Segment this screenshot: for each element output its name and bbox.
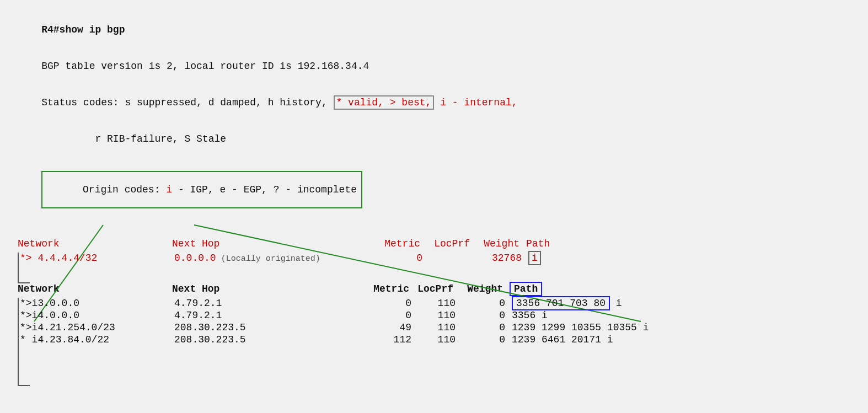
t2-locprf-4: 110 — [411, 334, 456, 345]
col2-header-path: Path — [503, 283, 850, 294]
col-header-metric: Metric — [371, 238, 420, 249]
col-header-network: Network — [18, 238, 172, 249]
col-header-weight: Weight — [470, 238, 519, 249]
t2-network-2: *>i4.0.0.0 — [20, 310, 174, 321]
table2-left-bracket — [18, 298, 30, 386]
col2-header-locprf: LocPrf — [409, 283, 453, 294]
table1-header-row: Network Next Hop Metric LocPrf Weight Pa… — [18, 238, 850, 249]
section-separator — [18, 265, 850, 281]
left-bracket-box — [18, 253, 30, 283]
table2-data-row-4: * i4.23.84.0/22 208.30.223.5 112 110 0 1… — [18, 334, 850, 345]
col2-header-weight: Weight — [453, 283, 503, 294]
metric-cell-1: 0 — [373, 253, 422, 264]
table1-rows-container: *> 4.4.4.4/32 0.0.0.0 (Locally originate… — [18, 253, 850, 264]
t2-path-2: 3356 i — [505, 310, 850, 321]
status-codes-line: Status codes: s suppressed, d damped, h … — [18, 86, 850, 119]
col2-header-metric: Metric — [360, 283, 409, 294]
path-3356-box: 3356 701 703 80 — [512, 296, 610, 310]
nexthop-cell-1: 0.0.0.0 (Locally originated) — [174, 253, 373, 264]
table2-header-row: Network Next Hop Metric LocPrf Weight Pa… — [18, 283, 850, 294]
t2-locprf-2: 110 — [411, 310, 456, 321]
t2-weight-3: 0 — [456, 322, 505, 333]
t2-path-3: 1239 1299 10355 10355 i — [505, 322, 850, 333]
origin-codes-line: Origin codes: i - IGP, e - EGP, ? - inco… — [18, 159, 850, 222]
bgp-version-line: BGP table version is 2, local router ID … — [18, 50, 850, 83]
col-header-nexthop: Next Hop — [172, 238, 371, 249]
origin-codes-box: Origin codes: i - IGP, e - EGP, ? - inco… — [41, 171, 362, 208]
terminal-output: R4#show ip bgp BGP table version is 2, l… — [18, 13, 850, 345]
t2-weight-1: 0 — [456, 298, 505, 309]
t2-network-3: *>i4.21.254.0/23 — [20, 322, 174, 333]
col-header-path: Path — [519, 238, 850, 249]
table2-data-row-1: *>i3.0.0.0 4.79.2.1 0 110 0 3356 701 703… — [18, 298, 850, 309]
t2-metric-2: 0 — [362, 310, 411, 321]
t2-nexthop-2: 4.79.2.1 — [174, 310, 362, 321]
path-header-box: Path — [510, 282, 542, 296]
t2-metric-1: 0 — [362, 298, 411, 309]
table2-data-row-2: *>i4.0.0.0 4.79.2.1 0 110 0 3356 i — [18, 310, 850, 321]
col-header-locprf: LocPrf — [420, 238, 470, 249]
table2-rows-container: *>i3.0.0.0 4.79.2.1 0 110 0 3356 701 703… — [18, 298, 850, 345]
valid-best-highlight: * valid, > best, — [334, 95, 435, 110]
t2-locprf-3: 110 — [411, 322, 456, 333]
command-line: R4#show ip bgp — [18, 13, 850, 46]
table2-data-row-3: *>i4.21.254.0/23 208.30.223.5 49 110 0 1… — [18, 322, 850, 333]
rib-failure-line: r RIB-failure, S Stale — [18, 122, 850, 155]
weight-cell-1: 32768 — [472, 253, 522, 264]
t2-metric-3: 49 — [362, 322, 411, 333]
network-cell-1: *> 4.4.4.4/32 — [20, 253, 174, 264]
table1-data-row-1: *> 4.4.4.4/32 0.0.0.0 (Locally originate… — [18, 253, 850, 264]
t2-metric-4: 112 — [362, 334, 411, 345]
t2-weight-2: 0 — [456, 310, 505, 321]
t2-nexthop-3: 208.30.223.5 — [174, 322, 362, 333]
bgp-table-2: Network Next Hop Metric LocPrf Weight Pa… — [18, 283, 850, 345]
path-cell-1: i — [522, 253, 850, 264]
col2-header-nexthop: Next Hop — [172, 283, 360, 294]
t2-locprf-1: 110 — [411, 298, 456, 309]
bgp-table-1: Network Next Hop Metric LocPrf Weight Pa… — [18, 238, 850, 264]
t2-path-1: 3356 701 703 80 i — [505, 298, 850, 309]
t2-nexthop-1: 4.79.2.1 — [174, 298, 362, 309]
t2-path-4: 1239 6461 20171 i — [505, 334, 850, 345]
col2-header-network: Network — [18, 283, 172, 294]
t2-nexthop-4: 208.30.223.5 — [174, 334, 362, 345]
t2-weight-4: 0 — [456, 334, 505, 345]
path-i-box: i — [528, 251, 541, 265]
t2-network-4: * i4.23.84.0/22 — [20, 334, 174, 345]
t2-network-1: *>i3.0.0.0 — [20, 298, 174, 309]
